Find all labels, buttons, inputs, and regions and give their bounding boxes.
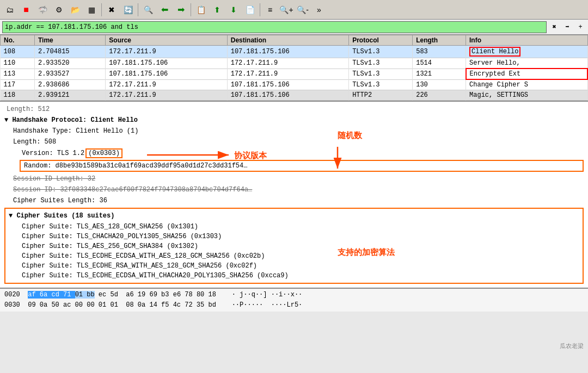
cell-src: 107.181.175.106 xyxy=(106,58,227,69)
cell-len: 226 xyxy=(413,90,466,101)
toolbar-btn-stop[interactable]: ■ xyxy=(19,2,34,17)
detail-handshake-type: Handshake Type: Client Hello (1) xyxy=(0,126,588,136)
detail-cipher-suites-header[interactable]: ▼ Cipher Suites (18 suites) xyxy=(9,211,579,221)
hex-line-1: 0020 af 6a cd 71 01 bb ec 5d a6 19 69 b3… xyxy=(4,290,584,300)
toolbar-btn-grid[interactable]: ▦ xyxy=(84,2,99,17)
cell-time: 2.933527 xyxy=(34,69,105,79)
filter-input[interactable]: ip.addr == 107.181.175.106 and tls xyxy=(2,21,547,33)
hex-panel: 0020 af 6a cd 71 01 bb ec 5d a6 19 69 b3… xyxy=(0,288,588,312)
toolbar-btn-settings[interactable]: ⚙ xyxy=(51,2,66,17)
cell-dst: 107.181.175.106 xyxy=(227,90,348,101)
cell-dst: 107.181.175.106 xyxy=(227,79,348,90)
toolbar-btn-zoom-in[interactable]: 🔍+ xyxy=(279,2,294,17)
detail-handshake-length: Length: 508 xyxy=(0,136,588,147)
cipher-suite-4: Cipher Suite: TLS_ECDHE_ECDSA_WITH_AES_1… xyxy=(9,251,579,261)
toolbar-btn-open[interactable]: 📂 xyxy=(68,2,83,17)
col-no: No. xyxy=(1,35,35,46)
watermark: 瓜农老梁 xyxy=(560,342,584,350)
cell-dst: 172.17.211.9 xyxy=(227,69,348,79)
cipher-suite-1: Cipher Suite: TLS_AES_128_GCM_SHA256 (0x… xyxy=(9,222,579,232)
toolbar-btn-delete[interactable]: ✖ xyxy=(104,2,119,17)
table-row[interactable]: 113 2.933527 107.181.175.106 172.17.211.… xyxy=(1,69,588,79)
cell-len: 1321 xyxy=(413,69,466,79)
cell-dst: 172.17.211.9 xyxy=(227,58,348,69)
toolbar-btn-shark[interactable]: 🦈 xyxy=(35,2,50,17)
cell-info: Server Hello, xyxy=(466,58,587,69)
packet-table-container: No. Time Source Destination Protocol Len… xyxy=(0,35,588,101)
cell-no: 108 xyxy=(1,46,35,58)
toolbar-btn-back[interactable]: ⬅ xyxy=(157,2,172,17)
cell-no: 117 xyxy=(1,79,35,90)
client-hello-label: Client Hello xyxy=(469,47,520,57)
detail-handshake-proto[interactable]: ▼ Handshake Protocol: Client Hello xyxy=(0,115,588,126)
toolbar-btn-down[interactable]: ⬇ xyxy=(226,2,241,17)
hex-offset-1: 0020 xyxy=(4,291,20,299)
detail-version-box: (0x0303) xyxy=(85,148,122,158)
toolbar-btn-list[interactable]: ≡ xyxy=(262,2,278,17)
hex-bytes-highlight: af 6a cd 71 01 bb xyxy=(28,291,94,299)
cell-dst: 107.181.175.106 xyxy=(227,46,348,58)
detail-panel: Length: 512 ▼ Handshake Protocol: Client… xyxy=(0,101,588,288)
cell-info-encrypted: Encrypted Ext xyxy=(466,69,587,79)
detail-version-text: Version: TLS 1.2 xyxy=(22,150,84,157)
table-row[interactable]: 110 2.933520 107.181.175.106 172.17.211.… xyxy=(1,58,588,69)
cell-time: 2.933520 xyxy=(34,58,105,69)
packet-table: No. Time Source Destination Protocol Len… xyxy=(0,35,588,101)
cell-no: 118 xyxy=(1,90,35,101)
col-time: Time xyxy=(34,35,105,46)
cell-proto: TLSv1.3 xyxy=(349,69,413,79)
cell-len: 130 xyxy=(413,79,466,90)
detail-cipher-suites-box: ▼ Cipher Suites (18 suites) Cipher Suite… xyxy=(4,208,584,284)
toolbar-btn-more[interactable]: » xyxy=(311,2,327,17)
toolbar-btn-zoom-out[interactable]: 🔍- xyxy=(295,2,310,17)
table-row[interactable]: 108 2.704815 172.17.211.9 107.181.175.10… xyxy=(1,46,588,58)
toolbar-btn-search[interactable]: 🔍 xyxy=(140,2,156,17)
toolbar-btn-file[interactable]: 🗂 xyxy=(2,2,17,17)
cell-proto: TLSv1.3 xyxy=(349,46,413,58)
cell-src: 172.17.211.9 xyxy=(106,90,227,101)
sep-3 xyxy=(191,3,191,16)
detail-version-row: Version: TLS 1.2 (0x0303) xyxy=(0,148,588,158)
cell-info: Change Cipher S xyxy=(466,79,587,90)
toolbar-btn-export[interactable]: 📄 xyxy=(242,2,258,17)
cell-time: 2.704815 xyxy=(34,46,105,58)
detail-session-id: Session ID: 32f083348c27cae6f00f7824f794… xyxy=(0,184,588,195)
filter-clear-icon[interactable]: ✖ xyxy=(549,22,560,33)
cipher-suite-5: Cipher Suite: TLS_ECDHE_RSA_WITH_AES_128… xyxy=(9,261,579,271)
cell-src: 172.17.211.9 xyxy=(106,46,227,58)
cell-no: 113 xyxy=(1,69,35,79)
cell-src: 107.181.175.106 xyxy=(106,69,227,79)
detail-random-box: Random: d8be93b1589ba31c0a1f69acd39ddf95… xyxy=(20,160,584,172)
cell-src: 172.17.211.9 xyxy=(106,79,227,90)
table-row[interactable]: 118 2.939121 172.17.211.9 107.181.175.10… xyxy=(1,90,588,101)
cell-no: 110 xyxy=(1,58,35,69)
detail-cipher-suites-len: Cipher Suites Length: 36 xyxy=(0,195,588,206)
filter-add-icon[interactable]: + xyxy=(575,22,586,33)
table-header-row: No. Time Source Destination Protocol Len… xyxy=(1,35,588,46)
sep-1 xyxy=(101,3,102,16)
cell-info: Magic, SETTINGS xyxy=(466,90,587,101)
toolbar: 🗂 ■ 🦈 ⚙ 📂 ▦ ✖ 🔄 🔍 ⬅ ➡ 📋 ⬆ ⬇ 📄 ≡ 🔍+ 🔍- » xyxy=(0,0,588,20)
detail-length-line: Length: 512 xyxy=(0,104,588,115)
toolbar-btn-colorize[interactable]: 📋 xyxy=(193,2,209,17)
cell-proto: HTTP2 xyxy=(349,90,413,101)
filter-arrow-icon[interactable]: ➡ xyxy=(562,22,573,33)
col-len: Length xyxy=(413,35,466,46)
col-info: Info xyxy=(466,35,587,46)
col-proto: Protocol xyxy=(349,35,413,46)
filter-bar: ip.addr == 107.181.175.106 and tls ✖ ➡ + xyxy=(0,20,588,35)
cell-len: 1514 xyxy=(413,58,466,69)
col-source: Source xyxy=(106,35,227,46)
detail-content: Length: 512 ▼ Handshake Protocol: Client… xyxy=(0,101,588,288)
cipher-suite-2: Cipher Suite: TLS_CHACHA20_POLY1305_SHA2… xyxy=(9,232,579,241)
toolbar-btn-up[interactable]: ⬆ xyxy=(210,2,225,17)
toolbar-btn-forward[interactable]: ➡ xyxy=(173,2,188,17)
cell-time: 2.938686 xyxy=(34,79,105,90)
col-dest: Destination xyxy=(227,35,348,46)
cell-len: 583 xyxy=(413,46,466,58)
toolbar-btn-reload[interactable]: 🔄 xyxy=(120,2,136,17)
cell-proto: TLSv1.3 xyxy=(349,79,413,90)
table-row[interactable]: 117 2.938686 172.17.211.9 107.181.175.10… xyxy=(1,79,588,90)
hex-line-2: 0030 09 0a 50 ac 00 00 01 01 08 0a 14 f5… xyxy=(4,300,584,310)
sep-4 xyxy=(260,3,260,16)
